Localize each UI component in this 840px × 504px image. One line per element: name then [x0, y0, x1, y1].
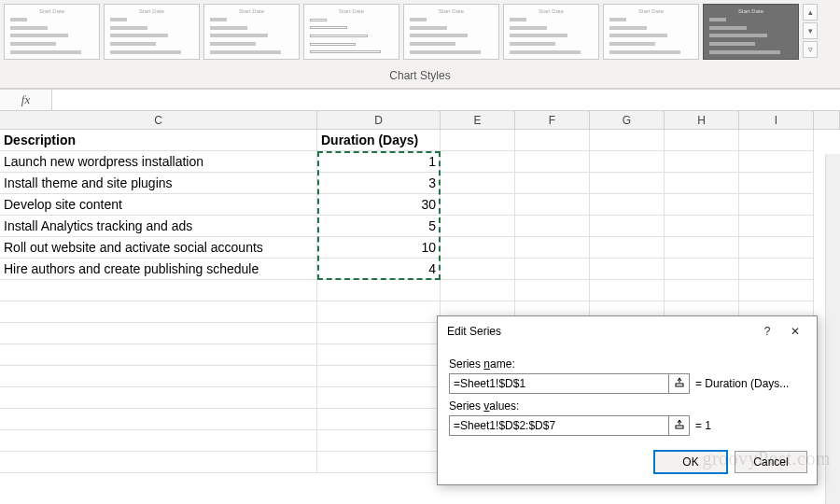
cell-description[interactable]: Install theme and site plugins	[0, 173, 317, 194]
cell-duration-header[interactable]: Duration (Days)	[317, 130, 441, 151]
dialog-help-button[interactable]: ?	[753, 322, 781, 341]
cell-description[interactable]: Install Analytics tracking and ads	[0, 216, 317, 237]
chart-style-thumb-1[interactable]: Start Date	[4, 4, 100, 60]
formula-input[interactable]	[52, 90, 840, 110]
cell[interactable]	[317, 280, 441, 301]
cell[interactable]	[0, 366, 317, 387]
cell[interactable]	[590, 216, 665, 237]
cell[interactable]	[515, 130, 590, 151]
cell[interactable]	[515, 259, 590, 280]
cell[interactable]	[739, 194, 814, 216]
cell[interactable]	[441, 130, 515, 151]
cell[interactable]	[441, 173, 515, 194]
cell[interactable]	[590, 173, 665, 194]
cell[interactable]	[441, 216, 515, 237]
series-values-range-picker[interactable]	[668, 416, 689, 435]
cell[interactable]	[0, 387, 317, 409]
cancel-button[interactable]: Cancel	[735, 451, 807, 473]
cell-duration[interactable]: 3	[317, 173, 441, 194]
chart-style-thumb-8[interactable]: Start Date	[703, 4, 799, 60]
col-header-g[interactable]: G	[590, 111, 665, 129]
cell[interactable]	[665, 173, 739, 194]
cell-duration[interactable]: 4	[317, 259, 441, 280]
cell[interactable]	[441, 259, 515, 280]
cell[interactable]	[0, 301, 317, 323]
cell[interactable]	[0, 323, 317, 344]
cell-duration[interactable]: 10	[317, 237, 441, 259]
gallery-scroll-up[interactable]: ▴	[803, 4, 818, 21]
cell[interactable]	[739, 151, 814, 173]
chart-style-thumb-7[interactable]: Start Date	[603, 4, 699, 60]
gallery-scroll-down[interactable]: ▾	[803, 22, 818, 39]
cell-duration[interactable]: 1	[317, 151, 441, 173]
cell[interactable]	[590, 194, 665, 216]
cell[interactable]	[441, 151, 515, 173]
cell-description[interactable]: Launch new wordpress installation	[0, 151, 317, 173]
cell[interactable]	[590, 237, 665, 259]
col-header-i[interactable]: I	[739, 111, 814, 129]
cell[interactable]	[590, 151, 665, 173]
cell[interactable]	[665, 130, 739, 151]
cell[interactable]	[0, 344, 317, 366]
cell[interactable]	[739, 237, 814, 259]
cell[interactable]	[515, 194, 590, 216]
series-values-input[interactable]	[450, 416, 668, 435]
dialog-close-button[interactable]: ✕	[781, 322, 809, 341]
cell[interactable]	[665, 237, 739, 259]
cell-description-header[interactable]: Description	[0, 130, 317, 151]
cell[interactable]	[515, 151, 590, 173]
cell[interactable]	[317, 452, 441, 473]
gallery-expand[interactable]: ▿	[803, 41, 818, 58]
cell-description[interactable]: Roll out website and activate social acc…	[0, 237, 317, 259]
cell[interactable]	[317, 387, 441, 409]
cell[interactable]	[441, 280, 515, 301]
cell[interactable]	[317, 409, 441, 430]
col-header-f[interactable]: F	[515, 111, 590, 129]
cell[interactable]	[0, 452, 317, 473]
chart-style-thumb-3[interactable]: Start Date	[203, 4, 300, 60]
cell[interactable]	[739, 259, 814, 280]
cell[interactable]	[317, 366, 441, 387]
cell[interactable]	[665, 259, 739, 280]
cell[interactable]	[0, 280, 317, 301]
col-header-c[interactable]: C	[0, 111, 317, 129]
cell[interactable]	[590, 130, 665, 151]
cell[interactable]	[515, 173, 590, 194]
cell[interactable]	[317, 323, 441, 344]
vertical-scrollbar[interactable]	[825, 154, 840, 504]
cell[interactable]	[665, 216, 739, 237]
cell[interactable]	[515, 216, 590, 237]
dialog-titlebar[interactable]: Edit Series ? ✕	[438, 316, 817, 346]
cell[interactable]	[665, 280, 739, 301]
ok-button[interactable]: OK	[654, 451, 727, 473]
cell[interactable]	[0, 409, 317, 430]
cell[interactable]	[0, 430, 317, 452]
col-header-d[interactable]: D	[317, 111, 441, 129]
cell[interactable]	[590, 259, 665, 280]
chart-style-thumb-4[interactable]: Start Date	[303, 4, 399, 60]
chart-style-thumb-2[interactable]: Start Date	[104, 4, 200, 60]
cell-duration[interactable]: 5	[317, 216, 441, 237]
series-name-input[interactable]	[450, 374, 668, 393]
series-name-range-picker[interactable]	[668, 374, 689, 393]
cell[interactable]	[441, 237, 515, 259]
cell-description[interactable]: Develop site content	[0, 194, 317, 216]
col-header-h[interactable]: H	[665, 111, 739, 129]
cell[interactable]	[590, 280, 665, 301]
cell-duration[interactable]: 30	[317, 194, 441, 216]
cell[interactable]	[317, 430, 441, 452]
cell[interactable]	[515, 280, 590, 301]
cell[interactable]	[739, 130, 814, 151]
cell-description[interactable]: Hire authors and create publishing sched…	[0, 259, 317, 280]
fx-icon[interactable]: fx	[0, 90, 52, 110]
chart-style-thumb-6[interactable]: Start Date	[503, 4, 599, 60]
cell[interactable]	[739, 280, 814, 301]
cell[interactable]	[515, 237, 590, 259]
cell[interactable]	[665, 194, 739, 216]
cell[interactable]	[739, 216, 814, 237]
cell[interactable]	[441, 194, 515, 216]
col-header-e[interactable]: E	[441, 111, 515, 129]
cell[interactable]	[665, 151, 739, 173]
cell[interactable]	[317, 301, 441, 323]
chart-style-thumb-5[interactable]: Start Date	[403, 4, 499, 60]
